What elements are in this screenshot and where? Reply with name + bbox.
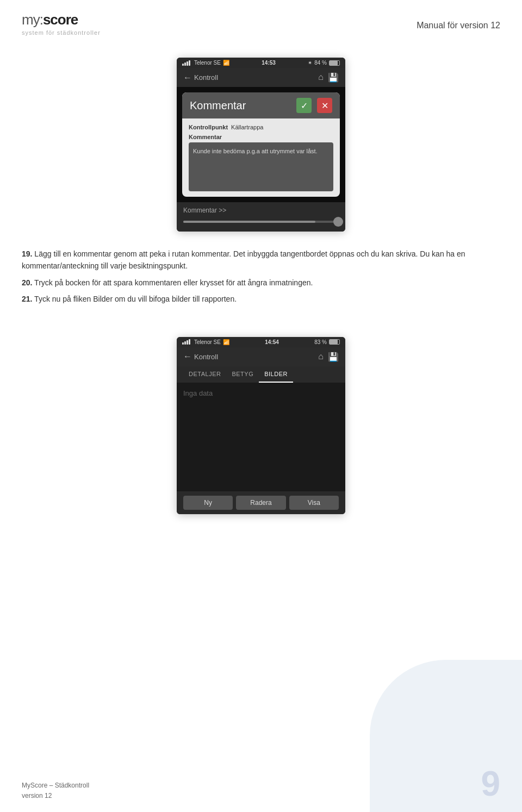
battery-icon-1 [329, 60, 340, 66]
battery-1: 84 % [314, 60, 327, 66]
phone2-content: Inga data [177, 383, 345, 491]
version-label: version 12 [22, 791, 89, 801]
radera-button[interactable]: Radera [236, 496, 285, 510]
slider-fill [183, 221, 315, 223]
battery-2: 83 % [314, 339, 327, 345]
phone2-container: Telenor SE 📶 14:54 83 % ← Kontroll ⌂ 💾 [0, 337, 522, 514]
wifi-icon-1: 📶 [223, 60, 229, 66]
modal-comment-label: Kommentar [189, 134, 333, 140]
carrier-2: Telenor SE [194, 339, 221, 345]
kommentar-link[interactable]: Kommentar >> [183, 207, 339, 214]
slider-track[interactable] [183, 221, 339, 223]
status-left-2: Telenor SE 📶 [182, 339, 229, 345]
para-20-text: Tryck på bocken för att spara kommentare… [34, 278, 313, 287]
page-number: 9 [481, 766, 500, 801]
signal-bar-3 [187, 61, 188, 66]
status-bar-2: Telenor SE 📶 14:54 83 % [177, 337, 345, 347]
bluetooth-icon-1: ✴ [308, 60, 312, 66]
save-icon-2[interactable]: 💾 [328, 352, 339, 362]
page-footer: MyScore – Städkontroll version 12 9 [22, 766, 500, 801]
body-content: 19. Lägg till en kommentar genom att pek… [0, 242, 522, 321]
signal-bar-4 [189, 60, 190, 66]
nav-back-2[interactable]: ← Kontroll [183, 352, 218, 361]
battery-icon-2 [329, 339, 340, 345]
phone1-container: Telenor SE 📶 14:53 ✴ 84 % ← Kontroll ⌂ 💾 [0, 58, 522, 232]
time-2: 14:54 [265, 339, 279, 345]
logo-subtitle: system för städkontroller [22, 29, 101, 36]
phone1-bottom: Kommentar >> [177, 202, 345, 232]
modal-body: Kontrollpunkt Källartrappa Kommentar Kun… [182, 118, 340, 197]
phone2-footer: Ny Radera Visa [177, 491, 345, 514]
para-21: 21. Tyck nu på fliken Bilder om du vill … [22, 293, 500, 305]
modal-overlay: Kommentar ✓ ✕ Kontrollpunkt Källartr [177, 87, 345, 202]
back-label-1: Kontroll [194, 73, 218, 82]
signal-bars-2 [182, 339, 190, 345]
modal-header: Kommentar ✓ ✕ [182, 92, 340, 118]
para-20: 20. Tryck på bocken för att spara kommen… [22, 277, 500, 289]
signal-bar-2-4 [189, 339, 190, 345]
back-arrow-icon-2: ← [183, 352, 192, 361]
modal-title: Kommentar [190, 99, 246, 112]
modal-box: Kommentar ✓ ✕ Kontrollpunkt Källartr [182, 92, 340, 197]
x-icon: ✕ [321, 101, 328, 111]
modal-field-value: Källartrappa [231, 124, 263, 130]
signal-bar-2-3 [187, 340, 188, 345]
modal-field-row: Kontrollpunkt Källartrappa [189, 124, 333, 130]
page-header: my:score system för städkontroller Manua… [0, 0, 522, 41]
tab-detaljer[interactable]: DETALJER [183, 366, 226, 383]
phone2-screen: Telenor SE 📶 14:54 83 % ← Kontroll ⌂ 💾 [177, 337, 345, 514]
tab-betyg[interactable]: BETYG [226, 366, 259, 383]
carrier-1: Telenor SE [194, 60, 221, 66]
home-icon-1[interactable]: ⌂ [318, 72, 324, 83]
logo: my:score system för städkontroller [22, 11, 101, 36]
signal-bars-1 [182, 60, 190, 66]
company-name: MyScore – Städkontroll [22, 780, 89, 791]
footer-left: MyScore – Städkontroll version 12 [22, 780, 89, 801]
para-21-num: 21. [22, 295, 32, 303]
check-icon: ✓ [301, 101, 308, 111]
status-right-2: 83 % [314, 339, 340, 345]
para-19-text: Lägg till en kommentar genom att peka i … [22, 249, 465, 270]
status-left-1: Telenor SE 📶 [182, 60, 229, 66]
wifi-icon-2: 📶 [223, 339, 229, 345]
modal-close-button[interactable]: ✕ [317, 98, 332, 113]
para-20-num: 20. [22, 278, 32, 287]
phone2-tabs: DETALJER BETYG BILDER [177, 366, 345, 383]
para-21-text: Tyck nu på fliken Bilder om du vill bifo… [34, 295, 237, 303]
slider-thumb[interactable] [333, 217, 343, 227]
nav-bar-1: ← Kontroll ⌂ 💾 [177, 68, 345, 87]
signal-bar-1 [182, 64, 184, 66]
para-19: 19. Lägg till en kommentar genom att pek… [22, 248, 500, 272]
home-icon-2[interactable]: ⌂ [318, 352, 324, 362]
nav-bar-2: ← Kontroll ⌂ 💾 [177, 347, 345, 366]
slider-area [183, 218, 339, 227]
back-arrow-icon-1: ← [183, 73, 192, 83]
modal-textarea[interactable]: Kunde inte bedöma p.g.a att utrymmet var… [189, 142, 333, 191]
modal-textarea-text: Kunde inte bedöma p.g.a att utrymmet var… [193, 147, 329, 156]
nav-back-1[interactable]: ← Kontroll [183, 73, 218, 83]
save-icon-1[interactable]: 💾 [328, 72, 339, 83]
phone1-screen: Telenor SE 📶 14:53 ✴ 84 % ← Kontroll ⌂ 💾 [177, 58, 345, 232]
modal-field-label: Kontrollpunkt [189, 124, 228, 130]
status-bar-1: Telenor SE 📶 14:53 ✴ 84 % [177, 58, 345, 68]
time-1: 14:53 [262, 60, 276, 66]
back-label-2: Kontroll [194, 353, 218, 361]
signal-bar-2 [184, 63, 186, 66]
modal-actions: ✓ ✕ [296, 98, 332, 113]
tab-bilder[interactable]: BILDER [259, 366, 293, 383]
signal-bar-2-2 [184, 341, 186, 345]
nav-icons-1: ⌂ 💾 [318, 72, 339, 83]
manual-title: Manual för version 12 [417, 21, 500, 30]
status-right-1: ✴ 84 % [308, 60, 340, 66]
logo-text: my:score [22, 11, 101, 28]
signal-bar-2-1 [182, 342, 184, 345]
ny-button[interactable]: Ny [183, 496, 233, 510]
visa-button[interactable]: Visa [289, 496, 339, 510]
no-data-label: Inga data [183, 389, 339, 397]
para-19-num: 19. [22, 249, 32, 258]
nav-icons-2: ⌂ 💾 [318, 352, 339, 362]
modal-check-button[interactable]: ✓ [296, 98, 312, 113]
